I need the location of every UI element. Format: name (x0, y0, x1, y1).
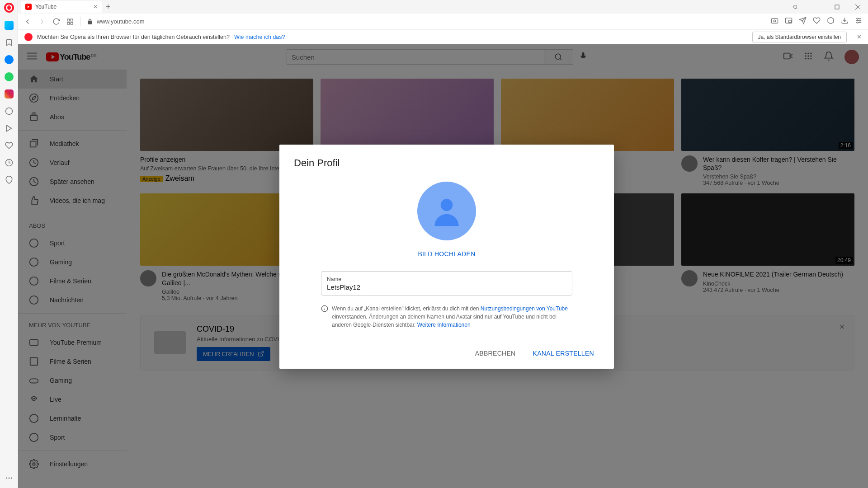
back-button[interactable] (24, 18, 32, 26)
svg-rect-19 (789, 20, 792, 23)
svg-point-6 (793, 5, 797, 8)
messenger-icon[interactable] (5, 55, 14, 64)
snapshot-icon[interactable] (771, 17, 778, 26)
close-window-button[interactable] (847, 0, 868, 14)
svg-point-26 (857, 18, 858, 19)
minimize-button[interactable] (806, 0, 826, 14)
whatsapp-icon[interactable] (5, 72, 14, 81)
opera-small-logo-icon (24, 33, 33, 41)
url-text: www.youtube.com (97, 18, 145, 25)
upload-image-button[interactable]: BILD HOCHLADEN (294, 250, 599, 258)
modal-actions: ABBRECHEN KANAL ERSTELLEN (294, 347, 599, 360)
default-browser-banner: Möchten Sie Opera als Ihren Browser für … (18, 30, 868, 44)
terms-link[interactable]: Nutzungsbedingungen von YouTube (481, 305, 568, 312)
history-icon[interactable] (5, 107, 14, 116)
download-icon[interactable] (841, 17, 849, 26)
svg-line-7 (796, 8, 797, 9)
tab-close-icon[interactable]: ✕ (93, 4, 98, 10)
opera-logo-icon[interactable] (4, 3, 14, 13)
name-input[interactable] (327, 283, 566, 291)
svg-rect-8 (814, 7, 819, 7)
address-bar-row: www.youtube.com (18, 14, 868, 30)
svg-point-28 (857, 22, 858, 23)
svg-point-0 (5, 108, 12, 115)
easy-setup-icon[interactable] (855, 17, 863, 26)
workspace-icon[interactable] (5, 21, 14, 30)
svg-point-3 (6, 478, 7, 479)
svg-rect-16 (771, 19, 778, 23)
forward-button[interactable] (38, 18, 46, 26)
banner-text: Möchten Sie Opera als Ihren Browser für … (37, 34, 230, 40)
cancel-button[interactable]: ABBRECHEN (473, 347, 518, 360)
banner-help-link[interactable]: Wie mache ich das? (234, 34, 285, 40)
svg-rect-15 (71, 22, 73, 24)
profile-avatar-placeholder (417, 182, 476, 240)
pin-icon[interactable] (5, 175, 14, 184)
tab-title: YouTube (35, 4, 57, 10)
svg-marker-1 (6, 125, 11, 131)
svg-point-5 (10, 478, 12, 479)
address-actions (771, 17, 863, 26)
person-icon (429, 193, 465, 229)
info-text: Wenn du auf „Kanal erstellen" klickst, e… (332, 305, 481, 312)
svg-rect-9 (835, 5, 839, 9)
cube-icon[interactable] (827, 17, 835, 26)
lock-icon (87, 19, 93, 25)
clock-icon[interactable] (5, 158, 14, 167)
svg-point-27 (859, 20, 861, 21)
more-icon[interactable] (5, 474, 14, 483)
banner-close-icon[interactable]: ✕ (857, 33, 862, 40)
svg-point-64 (441, 199, 453, 211)
modal-info: Wenn du auf „Kanal erstellen" klickst, e… (321, 305, 572, 329)
reload-button[interactable] (52, 18, 60, 25)
svg-rect-12 (67, 19, 70, 21)
set-default-button[interactable]: Ja, als Standardbrowser einstellen (752, 32, 847, 42)
modal-title: Dein Profil (294, 157, 599, 169)
instagram-icon[interactable] (5, 89, 14, 99)
opera-sidebar (0, 0, 18, 488)
svg-point-4 (8, 478, 9, 479)
video-popout-icon[interactable] (785, 17, 793, 26)
name-label: Name (327, 276, 566, 282)
browser-tab[interactable]: YouTube ✕ (21, 1, 102, 13)
send-icon[interactable] (799, 17, 807, 26)
play-icon[interactable] (5, 124, 14, 133)
window-controls (785, 0, 868, 14)
info-icon (321, 305, 328, 312)
speed-dial-icon[interactable] (66, 18, 74, 25)
more-info-link[interactable]: Weitere Informationen (417, 322, 471, 328)
youtube-favicon-icon (25, 4, 32, 10)
tab-bar: YouTube ✕ + (18, 0, 868, 14)
heart-icon[interactable] (5, 141, 14, 150)
svg-rect-13 (71, 19, 73, 21)
name-field[interactable]: Name (321, 271, 572, 296)
svg-rect-14 (67, 22, 70, 24)
svg-point-17 (774, 20, 775, 22)
heart-outline-icon[interactable] (813, 17, 821, 26)
create-channel-button[interactable]: KANAL ERSTELLEN (531, 347, 596, 360)
profile-modal: Dein Profil BILD HOCHLADEN Name Wenn du … (279, 145, 614, 369)
address-bar[interactable]: www.youtube.com (87, 18, 764, 25)
maximize-button[interactable] (826, 0, 847, 14)
bookmark-icon[interactable] (5, 38, 14, 47)
search-browser-icon[interactable] (785, 0, 806, 14)
new-tab-button[interactable]: + (106, 2, 111, 12)
